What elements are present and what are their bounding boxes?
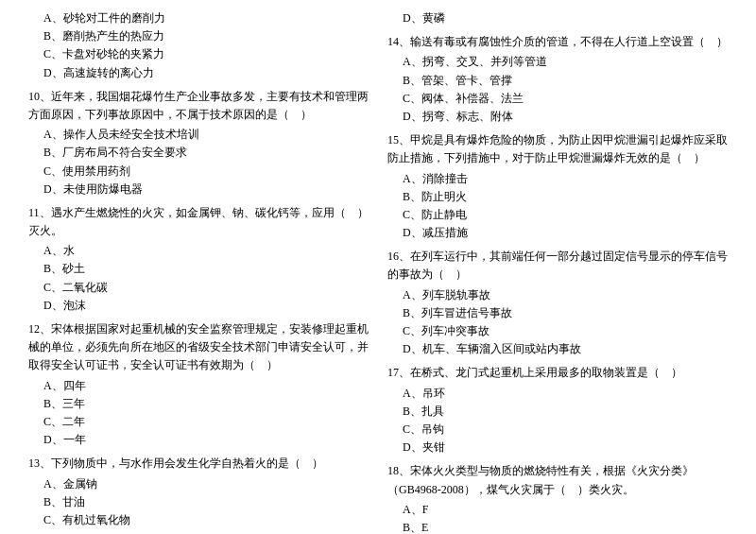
q16-option-b: B、列车冒进信号事故: [403, 304, 728, 322]
page-container: A、砂轮对工件的磨削力 B、磨削热产生的热应力 C、卡盘对砂轮的夹紧力 D、高速…: [28, 9, 728, 534]
q13-option-c: C、有机过氧化物: [43, 511, 369, 529]
question-17: 17、在桥式、龙门式起重机上采用最多的取物装置是（ ） A、吊环 B、扎具 C、…: [387, 364, 728, 456]
question-18-text: 18、宋体火火类型与物质的燃烧特性有关，根据《火灾分类》（GB4968-2008…: [387, 462, 728, 498]
q17-option-a: A、吊环: [403, 385, 728, 403]
question-13: 13、下列物质中，与水作用会发生化学自热着火的是（ ） A、金属钠 B、甘油 C…: [28, 455, 369, 529]
q12-option-c: C、二年: [43, 413, 369, 431]
option-a-grind: A、砂轮对工件的磨削力: [43, 9, 369, 27]
q18-option-b: B、E: [403, 519, 728, 534]
question-10: 10、近年来，我国烟花爆竹生产企业事故多发，主要有技术和管理两方面原因，下列事故…: [28, 88, 369, 198]
q14-option-a: A、拐弯、交叉、并列等管道: [403, 53, 728, 71]
q11-option-c: C、二氧化碳: [43, 279, 369, 297]
q17-option-b: B、扎具: [403, 403, 728, 421]
question-11: 11、遇水产生燃烧性的火灾，如金属钾、钠、碳化钙等，应用（ ）灭火。 A、水 B…: [28, 204, 369, 315]
option-c-grind: C、卡盘对砂轮的夹紧力: [43, 45, 369, 63]
q10-option-a: A、操作人员未经安全技术培训: [43, 126, 369, 144]
question-18: 18、宋体火火类型与物质的燃烧特性有关，根据《火灾分类》（GB4968-2008…: [387, 462, 728, 534]
question-10-text: 10、近年来，我国烟花爆竹生产企业事故多发，主要有技术和管理两方面原因，下列事故…: [28, 88, 369, 124]
left-column: A、砂轮对工件的磨削力 B、磨削热产生的热应力 C、卡盘对砂轮的夹紧力 D、高速…: [28, 9, 369, 534]
question-13-d: D、黄磷: [387, 9, 728, 27]
q14-option-c: C、阀体、补偿器、法兰: [403, 90, 728, 108]
question-grind-options: A、砂轮对工件的磨削力 B、磨削热产生的热应力 C、卡盘对砂轮的夹紧力 D、高速…: [28, 9, 369, 82]
q15-option-a: A、消除撞击: [403, 170, 728, 188]
question-13-text: 13、下列物质中，与水作用会发生化学自热着火的是（ ）: [28, 455, 369, 473]
q16-option-a: A、列车脱轨事故: [403, 286, 728, 304]
q15-option-d: D、减压措施: [403, 224, 728, 242]
option-d-grind: D、高速旋转的离心力: [43, 64, 369, 82]
q13-option-b: B、甘油: [43, 493, 369, 511]
q18-option-a: A、F: [403, 501, 728, 519]
option-b-grind: B、磨削热产生的热应力: [43, 27, 369, 45]
question-16: 16、在列车运行中，其前端任何一部分越过固定信号显示的停车信号的事故为（ ） A…: [387, 248, 728, 358]
question-12: 12、宋体根据国家对起重机械的安全监察管理规定，安装修理起重机械的单位，必须先向…: [28, 320, 369, 449]
q17-option-c: C、吊钩: [403, 421, 728, 439]
question-15-text: 15、甲烷是具有爆炸危险的物质，为防止因甲烷泄漏引起爆炸应采取防止措施，下列措施…: [387, 131, 728, 167]
q13-option-d: D、黄磷: [403, 9, 728, 27]
q14-option-b: B、管架、管卡、管撑: [403, 72, 728, 90]
q12-option-d: D、一年: [43, 431, 369, 449]
question-14-text: 14、输送有毒或有腐蚀性介质的管道，不得在人行道上空设置（ ）: [387, 33, 728, 51]
q13-option-a: A、金属钠: [43, 475, 369, 493]
q14-option-d: D、拐弯、标志、附体: [403, 108, 728, 126]
question-14: 14、输送有毒或有腐蚀性介质的管道，不得在人行道上空设置（ ） A、拐弯、交叉、…: [387, 33, 728, 126]
q11-option-b: B、砂土: [43, 260, 369, 278]
question-15: 15、甲烷是具有爆炸危险的物质，为防止因甲烷泄漏引起爆炸应采取防止措施，下列措施…: [387, 131, 728, 242]
question-17-text: 17、在桥式、龙门式起重机上采用最多的取物装置是（ ）: [387, 364, 728, 382]
q15-option-c: C、防止静电: [403, 206, 728, 224]
q17-option-d: D、夹钳: [403, 439, 728, 456]
q10-option-c: C、使用禁用药剂: [43, 163, 369, 181]
q10-option-b: B、厂房布局不符合安全要求: [43, 144, 369, 162]
q11-option-a: A、水: [43, 242, 369, 260]
q12-option-b: B、三年: [43, 395, 369, 413]
right-column: D、黄磷 14、输送有毒或有腐蚀性介质的管道，不得在人行道上空设置（ ） A、拐…: [387, 9, 728, 534]
q16-option-d: D、机车、车辆溜入区间或站内事故: [403, 340, 728, 358]
q12-option-a: A、四年: [43, 377, 369, 395]
question-16-text: 16、在列车运行中，其前端任何一部分越过固定信号显示的停车信号的事故为（ ）: [387, 248, 728, 284]
q10-option-d: D、未使用防爆电器: [43, 181, 369, 198]
q16-option-c: C、列车冲突事故: [403, 322, 728, 340]
q15-option-b: B、防止明火: [403, 188, 728, 206]
two-column-layout: A、砂轮对工件的磨削力 B、磨削热产生的热应力 C、卡盘对砂轮的夹紧力 D、高速…: [28, 9, 728, 534]
question-11-text: 11、遇水产生燃烧性的火灾，如金属钾、钠、碳化钙等，应用（ ）灭火。: [28, 204, 369, 240]
question-12-text: 12、宋体根据国家对起重机械的安全监察管理规定，安装修理起重机械的单位，必须先向…: [28, 320, 369, 375]
q11-option-d: D、泡沫: [43, 297, 369, 315]
